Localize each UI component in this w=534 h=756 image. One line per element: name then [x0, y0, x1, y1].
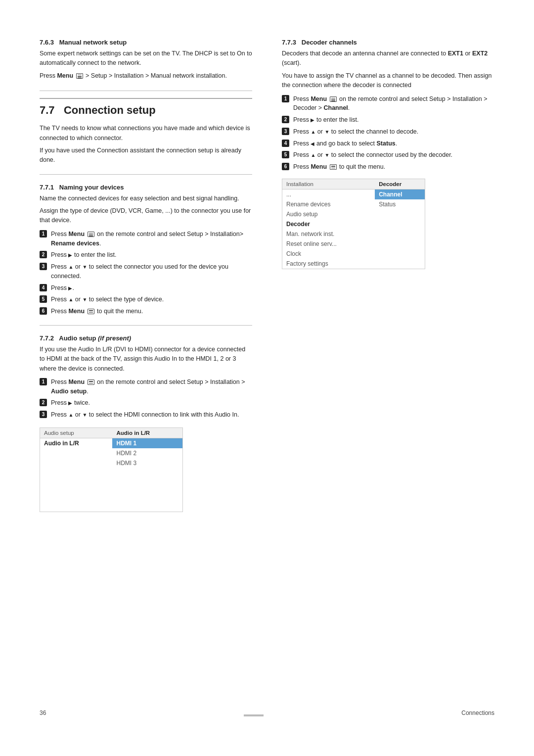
audio-row-3	[40, 468, 183, 479]
menu-icon-d1	[330, 96, 337, 102]
audio-cell-61	[112, 501, 182, 512]
step-6: 6 Press Menu to quit the menu.	[40, 307, 252, 316]
arrow-left-d4	[311, 140, 314, 147]
decoder-step-num-6: 6	[282, 163, 289, 170]
divider-1	[40, 91, 252, 91]
arrow-up-icon	[68, 263, 73, 270]
dec-cell-61	[375, 249, 425, 259]
section-naming-devices: 7.7.1 Naming your devices Name the conne…	[40, 184, 252, 316]
audio-header-col1: Audio setup	[40, 427, 113, 438]
arrow-up-a3	[68, 411, 73, 418]
audio-intro: If you use the Audio In L/R (DVI to HDMI…	[40, 345, 252, 374]
dec-row-3: Decoder	[282, 219, 425, 229]
audio-cell-60	[40, 501, 113, 512]
audio-row-4	[40, 479, 183, 490]
step-num-6: 6	[40, 307, 47, 315]
audio-step-1: 1 Press Menu on the remote control and s…	[40, 378, 252, 396]
audio-row-5	[40, 490, 183, 501]
naming-steps: 1 Press Menu on the remote control and s…	[40, 230, 252, 316]
arrow-right-icon	[68, 251, 72, 258]
decoder-steps: 1 Press Menu on the remote control and s…	[282, 94, 494, 172]
dec-cell-00: ...	[282, 189, 375, 199]
dec-cell-11: Status	[375, 199, 425, 209]
audio-step-text-3: Press or to select the HDMI connection t…	[51, 410, 252, 420]
decoder-step-1: 1 Press Menu on the remote control and s…	[282, 94, 494, 113]
menu-icon-d6	[330, 164, 337, 170]
connection-setup-para1: The TV needs to know what connections yo…	[40, 124, 252, 143]
page-bar	[244, 714, 264, 716]
left-column: 7.6.3 Manual network setup Some expert n…	[40, 30, 252, 685]
page-category: Connections	[461, 709, 494, 716]
section-connection-setup: 7.7 Connection setup The TV needs to kno…	[40, 98, 252, 165]
decoder-step-text-4: Press and go back to select Status.	[293, 139, 494, 148]
step-num-2: 2	[40, 251, 47, 258]
dec-cell-20: Audio setup	[282, 209, 375, 219]
decoder-table: Installation Decoder ... Channel Rename …	[282, 179, 425, 269]
audio-row-0: Audio in L/R HDMI 1	[40, 438, 183, 448]
audio-cell-50	[40, 490, 113, 501]
arrow-down-d3	[324, 128, 329, 135]
dec-cell-40: Man. network inst.	[282, 229, 375, 239]
dec-cell-71	[375, 259, 425, 269]
audio-row-1: HDMI 2	[40, 448, 183, 458]
dec-cell-31	[375, 219, 425, 229]
step-text-3: Press or to select the connector you use…	[51, 262, 252, 281]
audio-row-6	[40, 501, 183, 512]
page-number: 36	[40, 709, 46, 716]
step-3: 3 Press or to select the connector you u…	[40, 262, 252, 281]
audio-step-text-2: Press twice.	[51, 398, 252, 408]
dec-cell-21	[375, 209, 425, 219]
dec-header-col1: Installation	[282, 179, 375, 189]
dec-cell-50: Reset online serv...	[282, 239, 375, 249]
audio-step-num-2: 2	[40, 399, 47, 406]
step-text-2: Press to enter the list.	[51, 250, 252, 260]
audio-cell-21: HDMI 3	[112, 458, 182, 468]
arrow-right-icon-2	[68, 284, 72, 291]
audio-cell-31	[112, 468, 182, 479]
step-text-6: Press Menu to quit the menu.	[51, 307, 252, 316]
step-text-1: Press Menu on the remote control and sel…	[51, 230, 252, 248]
audio-header-col2: Audio in L/R	[112, 427, 182, 438]
section-manual-network: 7.6.3 Manual network setup Some expert n…	[40, 39, 252, 81]
dec-row-6: Clock	[282, 249, 425, 259]
decoder-step-4: 4 Press and go back to select Status.	[282, 139, 494, 148]
connection-setup-para2: If you have used the Connection assistan…	[40, 146, 252, 165]
step-num-5: 5	[40, 295, 47, 303]
page: 7.6.3 Manual network setup Some expert n…	[0, 0, 534, 756]
dec-cell-30: Decoder	[282, 219, 375, 229]
dec-cell-10: Rename devices	[282, 199, 375, 209]
divider-3	[40, 325, 252, 326]
menu-icon-s6	[88, 309, 94, 314]
audio-step-num-3: 3	[40, 411, 47, 418]
arrow-down-icon-2	[82, 296, 87, 303]
dec-row-7: Factory settings	[282, 259, 425, 269]
decoder-step-num-5: 5	[282, 151, 289, 158]
audio-step-3: 3 Press or to select the HDMI connection…	[40, 410, 252, 420]
decoder-step-text-1: Press Menu on the remote control and sel…	[293, 94, 494, 113]
audio-step-text-1: Press Menu on the remote control and sel…	[51, 378, 252, 396]
divider-2	[40, 174, 252, 175]
audio-cell-51	[112, 490, 182, 501]
decoder-step-3: 3 Press or to select the channel to deco…	[282, 127, 494, 137]
audio-cell-00: Audio in L/R	[40, 438, 113, 448]
audio-cell-41	[112, 479, 182, 490]
audio-steps: 1 Press Menu on the remote control and s…	[40, 378, 252, 420]
right-column: 7.7.3 Decoder channels Decoders that dec…	[282, 30, 494, 685]
page-footer: 36 Connections	[40, 705, 494, 716]
decoder-step-text-3: Press or to select the channel to decode…	[293, 127, 494, 137]
naming-sub-intro: Assign the type of device (DVD, VCR, Gam…	[40, 206, 252, 226]
menu-icon	[76, 73, 83, 79]
audio-table-header: Audio setup Audio in L/R	[40, 427, 183, 438]
step-4: 4 Press .	[40, 284, 252, 293]
audio-cell-40	[40, 479, 113, 490]
decoder-step-num-4: 4	[282, 140, 289, 147]
menu-icon-s1	[88, 232, 94, 237]
dec-cell-41	[375, 229, 425, 239]
audio-cell-30	[40, 468, 113, 479]
step-num-3: 3	[40, 263, 47, 270]
step-text-5: Press or to select the type of device.	[51, 295, 252, 304]
arrow-up-d3	[311, 128, 315, 135]
decoder-step-num-1: 1	[282, 95, 289, 102]
naming-intro: Name the connected devices for easy sele…	[40, 194, 252, 203]
audio-step-num-1: 1	[40, 378, 47, 385]
